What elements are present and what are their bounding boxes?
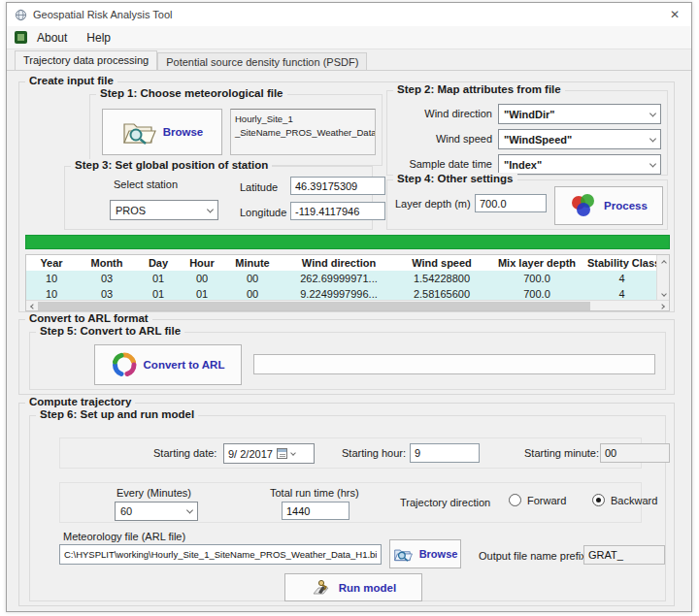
col-wind-direction[interactable]: Wind direction <box>281 255 397 271</box>
run-model-button-label: Run model <box>339 582 396 594</box>
menu-help[interactable]: Help <box>77 26 120 49</box>
starting-hour-label: Starting hour: <box>342 447 406 459</box>
col-stability-class[interactable]: Stability Class <box>587 255 656 271</box>
col-hour[interactable]: Hour <box>180 255 224 271</box>
station-value: PROS <box>116 205 146 216</box>
start-time-panel: Starting date: 9/ 2/2017 Starting hour: … <box>59 438 642 469</box>
sample-date-time-value: "Index" <box>504 159 542 171</box>
app-globe-icon <box>15 9 27 21</box>
menu-bar: About Help <box>7 26 691 49</box>
cell: 00 <box>224 271 281 286</box>
chevron-down-icon <box>649 110 656 116</box>
color-ring-icon <box>112 352 137 377</box>
every-minutes-value: 60 <box>120 505 132 517</box>
group-compute-trajectory: Compute trajectory Step 6: Set up and ru… <box>18 403 675 606</box>
group-create-input-file: Create input file Step 1: Choose meteoro… <box>18 81 675 312</box>
folder-search-icon <box>121 118 156 146</box>
starting-hour-input[interactable] <box>410 443 480 463</box>
layer-depth-input[interactable] <box>475 194 547 212</box>
group-convert-arl-label: Convert to ARL format <box>25 312 152 324</box>
selected-file-label: Hourly_Site_1 _SiteName_PROS_Weather_Dat… <box>230 109 376 155</box>
col-mix-layer-depth[interactable]: Mix layer depth <box>486 255 587 271</box>
step5-label: Step 5: Convert to ARL file <box>36 325 184 337</box>
radio-forward[interactable]: Forward <box>509 494 566 506</box>
scroll-down-icon[interactable] <box>658 289 669 300</box>
rgb-circles-icon <box>570 194 597 217</box>
tab-psdf[interactable]: Potential source density function (PSDF) <box>157 52 367 71</box>
browse-arl-button-label: Browse <box>419 548 458 560</box>
latitude-input[interactable] <box>290 177 385 195</box>
sample-date-time-select[interactable]: "Index" <box>498 154 661 175</box>
backward-label: Backward <box>611 495 657 506</box>
every-minutes-label: Every (Minutes) <box>116 487 191 499</box>
process-button-label: Process <box>604 200 648 211</box>
close-button[interactable]: ✕ <box>658 3 691 26</box>
step6-label: Step 6: Set up and run model <box>36 408 198 420</box>
process-button[interactable]: Process <box>554 186 663 225</box>
run-model-button[interactable]: Run model <box>284 573 422 601</box>
browse-button-label: Browse <box>163 126 204 138</box>
cell: 00 <box>180 271 224 286</box>
cell: 262.69999971... <box>281 271 397 286</box>
menu-about[interactable]: About <box>27 26 77 49</box>
scroll-left-icon[interactable] <box>26 301 37 311</box>
tab-trajectory-data-processing[interactable]: Trajectory data processing <box>15 50 157 71</box>
chevron-down-icon <box>207 206 214 212</box>
chevron-down-icon <box>649 135 656 142</box>
radio-backward-circle <box>592 494 605 506</box>
convert-to-arl-button-label: Convert to ARL <box>144 359 225 371</box>
wind-direction-select[interactable]: "WindDir" <box>498 104 661 124</box>
step2-label: Step 2: Map attributes from file <box>393 83 565 95</box>
starting-minute-input[interactable] <box>600 443 670 463</box>
group-step5: Step 5: Convert to ARL file Convert to A… <box>29 332 666 390</box>
table-header-row: Year Month Day Hour Minute Wind directio… <box>26 255 656 271</box>
browse-meteorological-file-button[interactable]: Browse <box>102 109 222 155</box>
longitude-input[interactable] <box>290 202 385 220</box>
selected-file-line1: Hourly_Site_1 <box>235 113 371 126</box>
tab-strip: Trajectory data processing Potential sou… <box>7 49 691 71</box>
app-window: Geospatial Risk Analysis Tool ✕ About He… <box>6 2 692 612</box>
wind-direction-value: "WindDir" <box>504 109 555 120</box>
col-year[interactable]: Year <box>26 255 77 271</box>
wind-speed-select[interactable]: "WindSpeed" <box>498 129 661 149</box>
step4-label: Step 4: Other settings <box>393 173 517 184</box>
latitude-label: Latitude <box>240 181 278 193</box>
col-day[interactable]: Day <box>137 255 180 271</box>
group-convert-arl-format: Convert to ARL format Step 5: Convert to… <box>18 319 675 395</box>
longitude-label: Longitude <box>240 207 286 218</box>
output-prefix-label: Output file name prefix <box>479 550 586 562</box>
trajectory-direction-label: Trajectory direction <box>400 497 490 508</box>
convert-to-arl-button[interactable]: Convert to ARL <box>94 344 242 385</box>
total-run-time-input[interactable] <box>282 502 350 520</box>
col-wind-speed[interactable]: Wind speed <box>397 255 486 271</box>
wind-speed-value: "WindSpeed" <box>504 134 572 146</box>
met-file-input[interactable] <box>59 544 382 565</box>
table-row[interactable]: 10 03 01 00 00 262.69999971... 1.5422880… <box>26 271 656 286</box>
starting-date-label: Starting date: <box>153 447 216 459</box>
browse-arl-file-button[interactable]: Browse <box>389 539 461 568</box>
scrollbar-thumb[interactable] <box>38 302 590 310</box>
radio-backward[interactable]: Backward <box>592 494 657 506</box>
scroll-up-icon[interactable] <box>658 256 669 267</box>
table-vertical-scrollbar[interactable] <box>656 255 669 301</box>
layer-depth-label: Layer depth (m) <box>395 198 471 210</box>
starting-minute-label: Starting minute: <box>524 447 599 459</box>
step3-label: Step 3: Set global position of station <box>71 159 272 171</box>
run-model-icon <box>311 578 332 598</box>
table-horizontal-scrollbar[interactable] <box>26 300 669 310</box>
window-title: Geospatial Risk Analysis Tool <box>33 9 172 20</box>
every-minutes-select[interactable]: 60 <box>115 502 198 521</box>
folder-search-small-icon <box>393 546 413 563</box>
group-create-input-file-label: Create input file <box>25 75 117 86</box>
starting-date-picker[interactable]: 9/ 2/2017 <box>223 443 315 464</box>
output-prefix-input[interactable] <box>583 545 665 565</box>
cell: 700.0 <box>486 271 587 286</box>
group-step3: Step 3: Set global position of station S… <box>64 166 373 230</box>
selected-file-line2: _SiteName_PROS_Weather_Data.csv <box>235 126 371 140</box>
col-minute[interactable]: Minute <box>224 255 281 271</box>
col-month[interactable]: Month <box>77 255 137 271</box>
total-run-time-label: Total run time (hrs) <box>270 487 359 499</box>
cell: 01 <box>137 271 180 286</box>
station-select[interactable]: PROS <box>110 200 218 220</box>
scroll-right-icon[interactable] <box>658 301 669 311</box>
